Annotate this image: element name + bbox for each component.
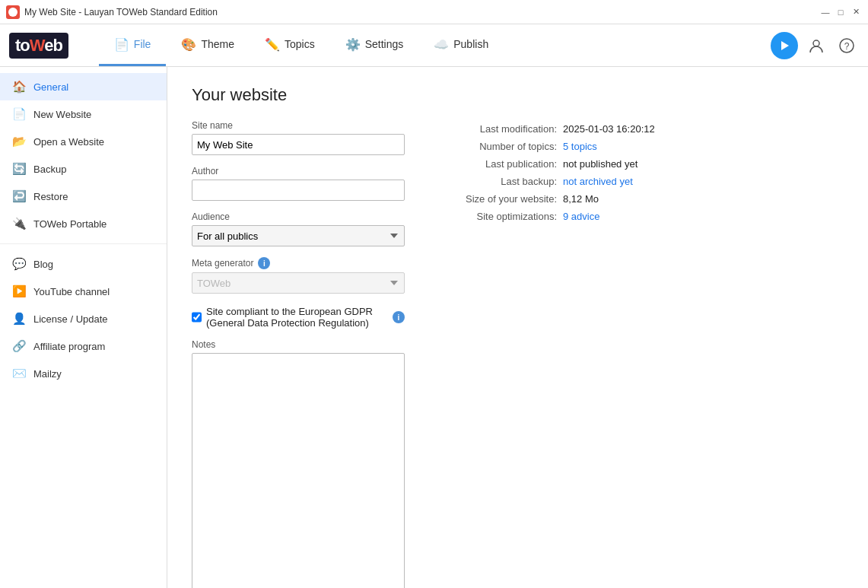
meta-generator-label-row: Meta generator i xyxy=(192,257,405,269)
sidebar-item-youtube-label: YouTube channel xyxy=(33,286,110,297)
size-label: Size of your website: xyxy=(435,193,557,205)
audience-label: Audience xyxy=(192,211,405,222)
settings-icon: ⚙️ xyxy=(345,37,361,52)
number-of-topics-value[interactable]: 5 topics xyxy=(563,141,597,152)
main-layout: 🏠 General 📄 New Website 📂 Open a Website… xyxy=(0,67,868,588)
svg-text:?: ? xyxy=(844,41,850,52)
sidebar-item-open-website-label: Open a Website xyxy=(33,136,104,148)
topnav: toWeb 📄 File 🎨 Theme ✏️ Topics ⚙️ Settin… xyxy=(0,24,868,67)
sidebar-item-new-website-label: New Website xyxy=(33,109,91,120)
audience-group: Audience For all publics Adults only xyxy=(192,211,405,246)
info-last-modification: Last modification: 2025-01-03 16:20:12 xyxy=(435,123,844,135)
audience-select[interactable]: For all publics Adults only xyxy=(192,225,405,246)
meta-generator-select[interactable]: TOWeb xyxy=(192,272,405,294)
sidebar-item-affiliate[interactable]: 🔗 Affiliate program xyxy=(0,332,167,360)
minimize-button[interactable]: — xyxy=(819,6,831,18)
sidebar-item-portable-label: TOWeb Portable xyxy=(33,218,107,230)
mailzy-icon: ✉️ xyxy=(12,367,26,380)
last-modification-value: 2025-01-03 16:20:12 xyxy=(563,123,655,135)
sidebar-item-license[interactable]: 👤 License / Update xyxy=(0,305,167,332)
meta-generator-label: Meta generator xyxy=(192,258,253,269)
sidebar-item-toweb-portable[interactable]: 🔌 TOWeb Portable xyxy=(0,210,167,237)
svg-point-2 xyxy=(813,40,819,46)
file-icon: 📄 xyxy=(114,37,129,52)
last-publication-value: not published yet xyxy=(563,158,637,170)
blog-icon: 💬 xyxy=(12,257,26,271)
info-section: Last modification: 2025-01-03 16:20:12 N… xyxy=(435,120,844,588)
window-controls: — □ ✕ xyxy=(819,6,862,18)
logo-text: toWeb xyxy=(9,33,68,59)
tab-settings-label: Settings xyxy=(365,38,404,50)
tab-theme-label: Theme xyxy=(201,38,234,50)
sidebar-item-blog[interactable]: 💬 Blog xyxy=(0,250,167,278)
topics-icon: ✏️ xyxy=(265,37,280,52)
notes-label: Notes xyxy=(192,339,405,350)
sidebar-item-youtube[interactable]: ▶️ YouTube channel xyxy=(0,278,167,305)
sidebar-item-open-website[interactable]: 📂 Open a Website xyxy=(0,128,167,155)
youtube-icon: ▶️ xyxy=(12,284,26,298)
sidebar-item-affiliate-label: Affiliate program xyxy=(33,341,105,352)
size-value: 8,12 Mo xyxy=(563,193,599,205)
form-section: Site name Author Audience For all public… xyxy=(192,120,405,588)
author-input[interactable] xyxy=(192,180,405,201)
app-logo: toWeb xyxy=(9,33,68,59)
last-publication-label: Last publication: xyxy=(435,158,557,170)
tab-file[interactable]: 📄 File xyxy=(99,24,167,66)
info-last-backup: Last backup: not archived yet xyxy=(435,176,844,187)
gdpr-info-icon[interactable]: i xyxy=(393,311,405,323)
sidebar-divider xyxy=(0,243,167,244)
notes-textarea[interactable] xyxy=(192,353,405,588)
site-name-group: Site name xyxy=(192,120,405,155)
affiliate-icon: 🔗 xyxy=(12,339,26,353)
preview-button[interactable] xyxy=(771,32,798,59)
sidebar-item-general-label: General xyxy=(33,81,68,93)
home-icon: 🏠 xyxy=(12,80,26,94)
theme-icon: 🎨 xyxy=(181,37,196,52)
content-area: Your website Site name Author Audience F… xyxy=(167,67,868,588)
account-button[interactable] xyxy=(804,33,828,58)
optimizations-label: Site optimizations: xyxy=(435,211,557,222)
help-button[interactable]: ? xyxy=(835,33,859,58)
svg-point-0 xyxy=(8,8,17,17)
tab-publish[interactable]: ☁️ Publish xyxy=(418,24,504,66)
author-label: Author xyxy=(192,166,405,176)
page-title: Your website xyxy=(192,85,844,105)
last-backup-value[interactable]: not archived yet xyxy=(563,176,633,187)
tab-topics-label: Topics xyxy=(285,38,315,50)
close-button[interactable]: ✕ xyxy=(850,6,862,18)
sidebar-item-blog-label: Blog xyxy=(33,259,53,270)
last-backup-label: Last backup: xyxy=(435,176,557,187)
tab-publish-label: Publish xyxy=(453,38,488,50)
site-name-input[interactable] xyxy=(192,134,405,155)
sidebar-item-backup-label: Backup xyxy=(33,164,66,175)
gdpr-checkbox[interactable] xyxy=(192,312,202,323)
sidebar-item-backup[interactable]: 🔄 Backup xyxy=(0,155,167,183)
new-website-icon: 📄 xyxy=(12,107,26,121)
sidebar-item-mailzy[interactable]: ✉️ Mailzy xyxy=(0,360,167,387)
maximize-button[interactable]: □ xyxy=(835,6,847,18)
meta-generator-group: Meta generator i TOWeb xyxy=(192,257,405,294)
sidebar-item-restore[interactable]: ↩️ Restore xyxy=(0,183,167,210)
license-icon: 👤 xyxy=(12,312,26,326)
content-grid: Site name Author Audience For all public… xyxy=(192,120,844,588)
tab-file-label: File xyxy=(134,38,151,50)
open-website-icon: 📂 xyxy=(12,135,26,148)
site-name-label: Site name xyxy=(192,120,405,131)
tab-topics[interactable]: ✏️ Topics xyxy=(250,24,330,66)
restore-icon: ↩️ xyxy=(12,189,26,203)
sidebar-item-new-website[interactable]: 📄 New Website xyxy=(0,100,167,128)
sidebar: 🏠 General 📄 New Website 📂 Open a Website… xyxy=(0,67,167,588)
info-last-publication: Last publication: not published yet xyxy=(435,158,844,170)
gdpr-label: Site compliant to the European GDPR (Gen… xyxy=(206,306,388,329)
sidebar-item-general[interactable]: 🏠 General xyxy=(0,73,167,100)
number-of-topics-label: Number of topics: xyxy=(435,141,557,152)
sidebar-item-restore-label: Restore xyxy=(33,191,68,202)
optimizations-value[interactable]: 9 advice xyxy=(563,211,599,222)
sidebar-item-license-label: License / Update xyxy=(33,313,108,325)
sidebar-item-mailzy-label: Mailzy xyxy=(33,368,62,380)
meta-generator-info-icon[interactable]: i xyxy=(258,257,270,269)
nav-tabs: 📄 File 🎨 Theme ✏️ Topics ⚙️ Settings ☁️ … xyxy=(99,24,771,66)
tab-theme[interactable]: 🎨 Theme xyxy=(166,24,250,66)
tab-settings[interactable]: ⚙️ Settings xyxy=(330,24,419,66)
nav-right-buttons: ? xyxy=(771,32,859,59)
